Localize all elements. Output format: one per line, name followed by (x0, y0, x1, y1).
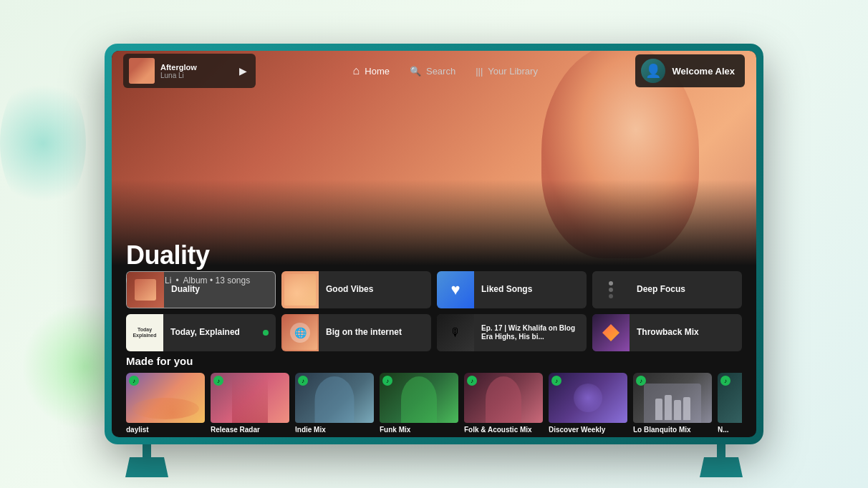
pick-label-liked: Liked Songs (474, 284, 587, 296)
pick-thumb-goodvibes (281, 271, 319, 308)
playlist-art-daylist: ♪ (126, 373, 205, 423)
home-label: Home (365, 66, 390, 77)
playlist-name-discover: Discover Weekly (549, 426, 627, 434)
pick-throwback[interactable]: Throwback Mix (592, 314, 742, 351)
pick-label-goodvibes: Good Vibes (319, 284, 431, 296)
pick-thumb-deepfocus (592, 271, 630, 308)
deep-focus-dots (609, 281, 613, 298)
pick-thumb-liked: ♥ (437, 271, 474, 308)
quick-picks-grid: Duality Good Vibes ♥ Liked Songs (126, 271, 742, 351)
pick-duality[interactable]: Duality (126, 271, 276, 308)
nav-library[interactable]: ||| Your Library (476, 66, 538, 77)
user-greeting-widget[interactable]: Welcome Alex (635, 54, 745, 87)
nav-home[interactable]: ⌂ Home (353, 64, 390, 77)
playlist-name-daylist: daylist (126, 426, 205, 434)
library-label: Your Library (488, 66, 538, 77)
pick-thumb-biginternet: 🌐 (281, 314, 319, 351)
pick-ep17[interactable]: 🎙 Ep. 17 | Wiz Khalifa on Blog Era Highs… (437, 314, 587, 351)
home-icon: ⌂ (353, 64, 360, 77)
heart-icon: ♥ (450, 280, 460, 299)
decorative-blob-teal (0, 72, 86, 215)
spotify-icon-daylist: ♪ (129, 376, 139, 386)
spotify-icon-folk: ♪ (467, 376, 477, 386)
playlist-discover-weekly[interactable]: ♪ Discover Weekly (549, 373, 627, 434)
now-playing-info: Afterglow Luna Li (160, 63, 233, 79)
pick-thumb-ep17: 🎙 (437, 314, 474, 351)
playlist-lo-blanquito[interactable]: ♪ Lo Blanquito Mix (633, 373, 712, 434)
playlist-folk-acoustic[interactable]: ♪ Folk & Acoustic Mix (464, 373, 543, 434)
playlist-art-funk: ♪ (380, 373, 458, 423)
now-playing-widget[interactable]: Afterglow Luna Li ▶ (123, 54, 256, 88)
spotify-icon-indie: ♪ (298, 376, 308, 386)
playlist-name-funk: Funk Mix (380, 426, 458, 434)
pick-thumb-duality (127, 271, 164, 308)
podcast-icon: 🎙 (450, 326, 461, 339)
play-button[interactable]: ▶ (239, 65, 247, 77)
user-avatar (641, 59, 665, 83)
pick-label-ep17: Ep. 17 | Wiz Khalifa on Blog Era Highs, … (474, 324, 587, 341)
playlist-art-discover: ♪ (549, 373, 627, 423)
spotify-icon-funk: ♪ (382, 376, 392, 386)
playlist-name-blanquito: Lo Blanquito Mix (633, 426, 712, 434)
pick-label-duality: Duality (164, 284, 275, 296)
now-playing-title: Afterglow (160, 63, 233, 72)
library-icon: ||| (476, 66, 483, 77)
pick-today-explained[interactable]: TodayExplained Today, Explained (126, 314, 276, 351)
playlist-name-next: N... (718, 426, 742, 434)
now-playing-thumbnail (129, 58, 155, 84)
tv-frame: Afterglow Luna Li ▶ ⌂ Home 🔍 Search ||| … (105, 44, 763, 444)
playlist-art-indie: ♪ (295, 373, 374, 423)
search-label: Search (426, 66, 455, 77)
spotify-icon-release: ♪ (213, 376, 223, 386)
pick-big-internet[interactable]: 🌐 Big on the internet (281, 314, 431, 351)
spotify-icon-next: ♪ (720, 376, 730, 386)
playlist-funk-mix[interactable]: ♪ Funk Mix (380, 373, 458, 434)
playlist-next[interactable]: ♪ N... (718, 373, 742, 434)
pick-liked-songs[interactable]: ♥ Liked Songs (437, 271, 587, 308)
pick-thumb-today: TodayExplained (126, 314, 163, 351)
pick-label-today: Today, Explained (163, 327, 263, 338)
search-icon: 🔍 (410, 66, 421, 77)
now-playing-artist: Luna Li (160, 72, 233, 79)
pick-goodvibes[interactable]: Good Vibes (281, 271, 431, 308)
made-for-you-section: Made for you ♪ daylist ♪ Release Radar (126, 355, 742, 437)
hero-title: Duality (126, 241, 250, 270)
playlist-name-release: Release Radar (211, 426, 289, 434)
playlist-art-folk: ♪ (464, 373, 543, 423)
pick-deep-focus[interactable]: Deep Focus (592, 271, 742, 308)
tv-screen: Afterglow Luna Li ▶ ⌂ Home 🔍 Search ||| … (112, 51, 756, 437)
pick-label-throwback: Throwback Mix (630, 327, 742, 338)
pick-thumb-throwback (592, 314, 630, 351)
pick-label-deepfocus: Deep Focus (630, 284, 742, 296)
new-content-dot (263, 330, 269, 336)
nav-links: ⌂ Home 🔍 Search ||| Your Library (353, 64, 538, 77)
playlist-art-release: ♪ (211, 373, 289, 423)
nav-search[interactable]: 🔍 Search (410, 66, 455, 77)
top-navigation: Afterglow Luna Li ▶ ⌂ Home 🔍 Search ||| … (112, 51, 756, 91)
spotify-icon-discover: ♪ (551, 376, 561, 386)
pick-label-big-internet: Big on the internet (319, 327, 431, 338)
playlist-name-folk: Folk & Acoustic Mix (464, 426, 543, 434)
playlist-name-indie: Indie Mix (295, 426, 374, 434)
playlist-daylist[interactable]: ♪ daylist (126, 373, 205, 434)
playlist-row: ♪ daylist ♪ Release Radar ♪ (126, 373, 742, 434)
playlist-art-next: ♪ (718, 373, 742, 423)
section-title-made-for-you: Made for you (126, 355, 742, 367)
playlist-indie-mix[interactable]: ♪ Indie Mix (295, 373, 374, 434)
user-name: Welcome Alex (672, 66, 735, 77)
playlist-release-radar[interactable]: ♪ Release Radar (211, 373, 289, 434)
playlist-art-blanquito: ♪ (633, 373, 712, 423)
